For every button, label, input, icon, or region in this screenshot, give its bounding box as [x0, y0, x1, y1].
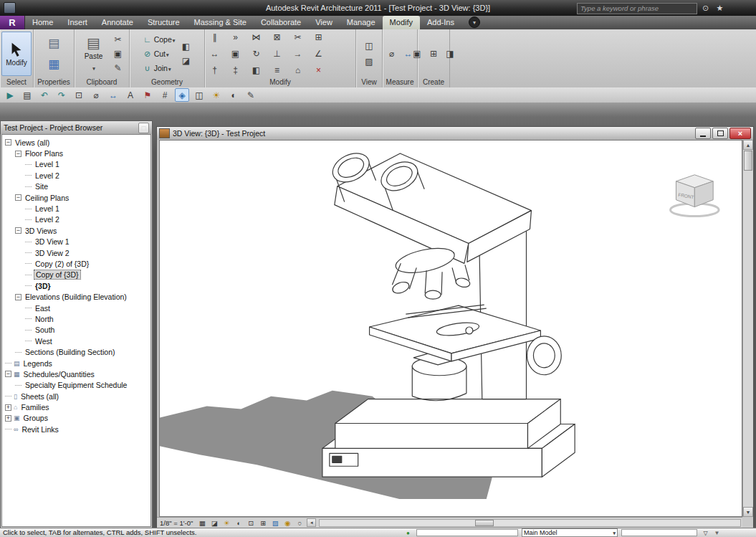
join-geometry-button[interactable]: ∪ Join [141, 62, 177, 75]
cope-dropdown-icon[interactable] [172, 35, 176, 44]
scale-control[interactable]: 1/8" = 1'-0" [160, 519, 193, 527]
text-icon[interactable]: A [123, 88, 138, 102]
drawing-canvas[interactable]: FRONT [159, 140, 742, 517]
extend-icon[interactable]: → [289, 47, 307, 61]
show-crop-icon[interactable]: ⊞ [257, 518, 269, 528]
create-assembly-icon[interactable]: ◨ [443, 47, 457, 61]
tree-item[interactable]: ⌂Families [2, 401, 150, 412]
cut-icon[interactable]: ✂ [111, 33, 125, 47]
panel-label-clipboard[interactable]: Clipboard [75, 77, 129, 87]
restore-button[interactable] [712, 128, 728, 139]
trim-icon[interactable]: ⊥ [268, 47, 287, 61]
dimension-icon[interactable]: ↔ [106, 88, 120, 102]
tree-item[interactable]: Level 1 [2, 159, 150, 170]
split-face-icon[interactable]: ◪ [178, 54, 193, 68]
tree-item[interactable]: ▯Sheets (all) [2, 391, 150, 401]
collapse-icon[interactable] [15, 194, 21, 201]
move-icon[interactable]: ↔ [206, 47, 224, 61]
print-icon[interactable]: ⊡ [72, 88, 86, 102]
panel-menu-icon[interactable]: □ [138, 123, 149, 133]
panel-label-create[interactable]: Create [418, 77, 449, 87]
viewcube[interactable]: FRONT [670, 175, 719, 217]
grid-icon[interactable]: # [158, 88, 172, 102]
tab-collaborate[interactable]: Collaborate [254, 16, 308, 29]
main-model-dropdown-icon[interactable] [612, 529, 616, 536]
tree-item[interactable]: Level 2 [2, 170, 150, 181]
cut-dropdown-icon[interactable] [166, 49, 169, 58]
rotate-icon[interactable]: ↻ [247, 47, 266, 61]
tab-structure[interactable]: Structure [140, 16, 187, 29]
paste-dropdown-icon[interactable] [92, 60, 95, 73]
app-window-icon[interactable] [4, 2, 16, 14]
search-icon[interactable]: ⊙ [699, 2, 712, 14]
ribbon-display-toggle-icon[interactable] [469, 16, 480, 28]
tree-item[interactable]: Sections (Building Section) [2, 346, 150, 357]
vertical-scroll-thumb[interactable] [744, 151, 752, 171]
tab-view[interactable]: View [308, 16, 340, 29]
tree-item[interactable]: East [2, 303, 150, 313]
panel-label-measure[interactable]: Measure [383, 77, 417, 87]
tree-item[interactable]: South [2, 325, 150, 336]
scale-icon[interactable]: ∠ [310, 47, 328, 61]
tree-item[interactable]: North [2, 313, 150, 324]
copy-icon[interactable]: ▣ [226, 47, 245, 61]
tab-annotate[interactable]: Annotate [95, 16, 140, 29]
panel-label-modify[interactable]: Modify [205, 77, 355, 87]
tab-massing-site[interactable]: Massing & Site [187, 16, 254, 29]
expand-icon[interactable] [5, 404, 11, 411]
exclude-options-icon[interactable]: ▽ [701, 528, 710, 537]
scroll-left-icon[interactable] [307, 518, 316, 527]
collapse-icon[interactable] [15, 227, 21, 234]
collapse-icon[interactable] [5, 139, 11, 146]
shadows-toggle-icon[interactable]: ◐ [226, 88, 241, 102]
tree-item[interactable]: 3D View 2 [2, 247, 150, 258]
redo-icon[interactable]: ↷ [54, 88, 69, 102]
shadows-icon[interactable]: ◐ [233, 518, 244, 528]
split-icon[interactable]: ✂ [289, 30, 307, 44]
filter-icon[interactable]: ▼ [712, 528, 722, 537]
collapse-icon[interactable] [15, 151, 21, 157]
unlocked-view-icon[interactable]: ○ [294, 518, 305, 528]
infocenter-search-input[interactable] [577, 3, 697, 14]
offset-icon[interactable]: » [226, 30, 245, 44]
visual-style-icon[interactable]: ◪ [209, 518, 220, 528]
tree-item[interactable]: ∞Revit Links [2, 424, 150, 434]
detail-level-icon[interactable]: ▦ [196, 518, 208, 528]
override-graphics-icon[interactable]: ▨ [362, 55, 376, 69]
measure-distance-icon[interactable]: ⌀ [385, 47, 399, 61]
tree-item[interactable]: ▤Legends [2, 358, 150, 369]
copy-icon[interactable]: ▣ [111, 47, 125, 61]
expand-icon[interactable] [5, 415, 11, 422]
thin-lines-icon[interactable]: ✎ [244, 88, 258, 102]
scroll-up-icon[interactable] [743, 140, 753, 150]
collapse-icon[interactable] [5, 371, 11, 377]
tree-item[interactable]: Copy of {3D} [2, 270, 150, 280]
tab-add-ins[interactable]: Add-Ins [420, 16, 461, 29]
microscope-model[interactable] [322, 148, 575, 477]
create-similar-icon[interactable]: ⊞ [426, 47, 441, 61]
application-menu-button[interactable]: R [0, 16, 25, 29]
sun-path-icon[interactable]: ☀ [221, 518, 232, 528]
align-icon[interactable]: ∥ [206, 30, 224, 44]
tree-item[interactable]: West [2, 336, 150, 346]
panel-label-geometry[interactable]: Geometry [130, 77, 204, 87]
hide-in-view-icon[interactable]: ◫ [362, 39, 376, 53]
delete-icon[interactable]: × [310, 63, 328, 77]
temporary-hide-icon[interactable]: ▨ [269, 518, 281, 528]
panel-label-view[interactable]: View [356, 77, 382, 87]
favorites-icon[interactable]: ★ [714, 2, 726, 14]
default-3d-view-icon[interactable]: ◈ [175, 88, 189, 102]
tree-item[interactable]: 3D View 1 [2, 237, 150, 247]
tree-item[interactable]: Site [2, 181, 150, 192]
panel-label-select[interactable]: Select [0, 77, 33, 87]
pin-icon[interactable]: † [206, 63, 224, 77]
match-type-icon[interactable]: ✎ [111, 62, 125, 75]
demolish-icon[interactable]: ⌂ [289, 63, 307, 77]
vertical-scrollbar[interactable] [742, 140, 753, 517]
create-group-icon[interactable]: ▣ [410, 47, 424, 61]
properties-icon[interactable]: ▤ [44, 34, 64, 53]
tab-manage[interactable]: Manage [340, 16, 383, 29]
tab-modify[interactable]: Modify [383, 16, 420, 29]
tag-icon[interactable]: ⚑ [140, 88, 155, 102]
sun-settings-icon[interactable]: ☀ [209, 88, 224, 102]
